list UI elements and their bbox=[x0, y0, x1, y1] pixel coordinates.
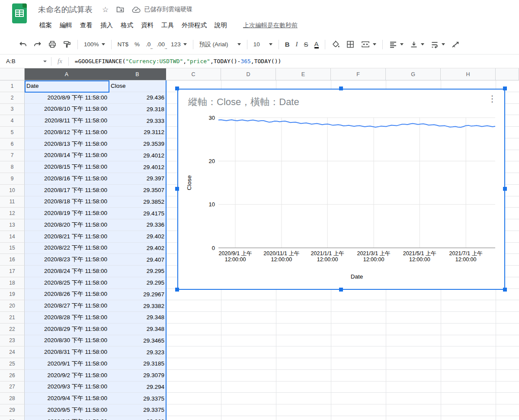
cell-B15[interactable]: 29.402 bbox=[109, 243, 166, 254]
column-header-B[interactable]: B bbox=[109, 68, 166, 80]
row-header-20[interactable]: 20 bbox=[0, 300, 25, 312]
row-header-18[interactable]: 18 bbox=[0, 277, 25, 289]
cell-A22[interactable]: 2020/8/29 下午 11:58:00 bbox=[25, 324, 109, 335]
row-header-25[interactable]: 25 bbox=[0, 358, 25, 370]
row-header-7[interactable]: 7 bbox=[0, 150, 25, 162]
cell-A12[interactable]: 2020/8/19 下午 11:58:00 bbox=[25, 208, 109, 219]
sheets-logo-icon[interactable] bbox=[12, 3, 27, 23]
cell-A23[interactable]: 2020/8/30 下午 11:58:00 bbox=[25, 335, 109, 347]
cell-B28[interactable]: 29.3375 bbox=[109, 393, 166, 404]
currency-format-button[interactable]: NT$ bbox=[115, 38, 132, 51]
cell-A27[interactable]: 2020/9/3 下午 11:58:00 bbox=[25, 382, 109, 393]
menu-item-4[interactable]: 插入 bbox=[96, 20, 117, 31]
chart-resize-handle[interactable] bbox=[175, 87, 179, 90]
row-header-5[interactable]: 5 bbox=[0, 127, 25, 138]
cell-B3[interactable]: 29.318 bbox=[109, 104, 166, 115]
row-header-4[interactable]: 4 bbox=[0, 115, 25, 127]
cell-A11[interactable]: 2020/8/18 下午 11:58:00 bbox=[25, 196, 109, 208]
cell-B19[interactable]: 29.2967 bbox=[109, 289, 166, 301]
increase-decimals-button[interactable]: .00→ bbox=[154, 38, 168, 51]
cell-A29[interactable]: 2020/9/5 下午 11:58:00 bbox=[25, 404, 109, 416]
print-button[interactable] bbox=[45, 38, 60, 51]
row-header-30[interactable]: 30 bbox=[0, 416, 25, 420]
cell-B30[interactable]: 29.363 bbox=[109, 416, 166, 420]
cell-A20[interactable]: 2020/8/27 下午 11:58:00 bbox=[25, 300, 109, 312]
cell-B12[interactable]: 29.4175 bbox=[109, 208, 166, 219]
row-header-16[interactable]: 16 bbox=[0, 254, 25, 266]
chevron-down-icon[interactable] bbox=[43, 61, 47, 62]
menu-item-6[interactable]: 資料 bbox=[137, 20, 157, 31]
cell-A1[interactable]: Date bbox=[25, 80, 109, 92]
menu-item-9[interactable]: 說明 bbox=[211, 20, 231, 31]
cell-B18[interactable]: 29.295 bbox=[109, 277, 166, 289]
percent-format-button[interactable]: % bbox=[131, 38, 143, 51]
cell-A5[interactable]: 2020/8/12 下午 11:58:00 bbox=[25, 127, 109, 138]
move-to-folder-icon[interactable] bbox=[116, 6, 124, 13]
cell-B4[interactable]: 29.333 bbox=[109, 115, 166, 127]
column-header-G[interactable]: G bbox=[386, 68, 441, 80]
cell-B9[interactable]: 29.397 bbox=[109, 173, 166, 185]
chart-resize-handle[interactable] bbox=[503, 187, 507, 191]
cell-B1[interactable]: Close bbox=[109, 80, 166, 92]
menu-item-2[interactable]: 編輯 bbox=[56, 20, 76, 31]
row-header-12[interactable]: 12 bbox=[0, 208, 25, 219]
star-icon[interactable]: ☆ bbox=[102, 5, 109, 14]
cell-A26[interactable]: 2020/9/2 下午 11:58:00 bbox=[25, 370, 109, 382]
row-header-3[interactable]: 3 bbox=[0, 104, 25, 115]
row-header-23[interactable]: 23 bbox=[0, 335, 25, 347]
row-header-14[interactable]: 14 bbox=[0, 231, 25, 243]
column-header-partial[interactable] bbox=[496, 68, 519, 80]
fill-color-button[interactable] bbox=[328, 38, 343, 51]
cell-B5[interactable]: 29.3112 bbox=[109, 127, 166, 138]
row-header-1[interactable]: 1 bbox=[0, 80, 25, 92]
row-header-27[interactable]: 27 bbox=[0, 382, 25, 393]
text-rotation-button[interactable] bbox=[448, 38, 464, 51]
cell-B14[interactable]: 29.402 bbox=[109, 231, 166, 243]
cell-B29[interactable]: 29.3375 bbox=[109, 404, 166, 416]
bold-button[interactable]: B bbox=[282, 38, 293, 51]
chart-resize-handle[interactable] bbox=[339, 87, 343, 90]
cell-A16[interactable]: 2020/8/23 下午 11:58:00 bbox=[25, 254, 109, 266]
cell-A2[interactable]: 2020/8/9 下午 11:58:00 bbox=[25, 92, 109, 104]
borders-button[interactable] bbox=[343, 38, 358, 51]
cell-A3[interactable]: 2020/8/10 下午 11:58:00 bbox=[25, 104, 109, 115]
name-box[interactable]: A:B bbox=[0, 58, 43, 64]
row-header-29[interactable]: 29 bbox=[0, 404, 25, 416]
cell-B16[interactable]: 29.407 bbox=[109, 254, 166, 266]
font-select[interactable]: 預設 (Arial) bbox=[196, 38, 244, 51]
text-color-button[interactable]: A bbox=[311, 38, 322, 51]
menu-item-7[interactable]: 工具 bbox=[157, 20, 178, 31]
row-header-17[interactable]: 17 bbox=[0, 266, 25, 277]
cell-B11[interactable]: 29.3852 bbox=[109, 196, 166, 208]
cell-A7[interactable]: 2020/8/14 下午 11:58:00 bbox=[25, 150, 109, 162]
cell-A4[interactable]: 2020/8/11 下午 11:58:00 bbox=[25, 115, 109, 127]
cell-B7[interactable]: 29.4012 bbox=[109, 150, 166, 162]
row-header-10[interactable]: 10 bbox=[0, 185, 25, 196]
chart-options-icon[interactable]: ⋮ bbox=[488, 94, 497, 103]
cell-A8[interactable]: 2020/8/15 下午 11:58:00 bbox=[25, 161, 109, 173]
chart-resize-handle[interactable] bbox=[503, 288, 507, 292]
cell-B10[interactable]: 29.3507 bbox=[109, 185, 166, 196]
document-title[interactable]: 未命名的試算表 bbox=[38, 4, 93, 15]
font-size-select[interactable]: 10 bbox=[250, 38, 276, 51]
column-header-E[interactable]: E bbox=[276, 68, 331, 80]
select-all-corner[interactable] bbox=[0, 68, 25, 80]
vertical-align-button[interactable] bbox=[407, 38, 427, 51]
zoom-select[interactable]: 100% bbox=[81, 38, 108, 51]
cell-A19[interactable]: 2020/8/26 下午 11:58:00 bbox=[25, 289, 109, 301]
cell-B22[interactable]: 29.348 bbox=[109, 324, 166, 335]
cell-A25[interactable]: 2020/9/1 下午 11:58:00 bbox=[25, 358, 109, 370]
strikethrough-button[interactable]: S bbox=[301, 38, 311, 51]
column-header-A[interactable]: A bbox=[25, 68, 109, 80]
italic-button[interactable]: I bbox=[292, 38, 301, 51]
cell-A15[interactable]: 2020/8/22 下午 11:58:00 bbox=[25, 243, 109, 254]
cell-B8[interactable]: 29.4012 bbox=[109, 161, 166, 173]
column-header-C[interactable]: C bbox=[166, 68, 221, 80]
row-header-28[interactable]: 28 bbox=[0, 393, 25, 404]
row-header-9[interactable]: 9 bbox=[0, 173, 25, 185]
cell-B2[interactable]: 29.436 bbox=[109, 92, 166, 104]
row-header-13[interactable]: 13 bbox=[0, 219, 25, 231]
cell-B24[interactable]: 29.323 bbox=[109, 346, 166, 358]
column-header-F[interactable]: F bbox=[331, 68, 386, 80]
merge-cells-button[interactable] bbox=[358, 38, 379, 51]
